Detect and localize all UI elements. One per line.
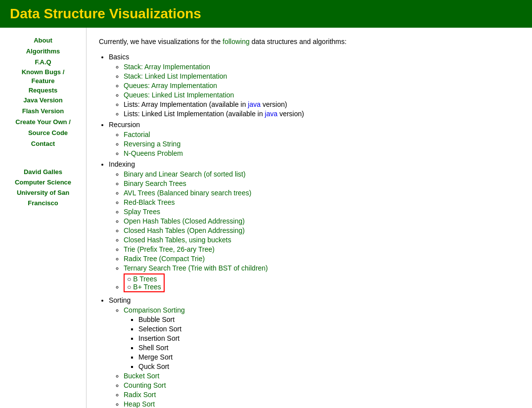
category-label: Sorting: [109, 296, 131, 304]
list-item: Queues: Linked List Implementation: [124, 91, 520, 99]
heap-sort-link[interactable]: Heap Sort: [124, 400, 155, 408]
category-recursion: Recursion Factorial Reversing a String N…: [109, 121, 520, 157]
bplus-link[interactable]: B+ Trees: [133, 283, 161, 291]
basics-items: Stack: Array Implementation Stack: Linke…: [124, 63, 520, 118]
list-item: Radix Sort: [124, 391, 520, 399]
sorting-items: Comparison Sorting Bubble Sort Selection…: [124, 306, 520, 408]
open-hash-link[interactable]: Open Hash Tables (Closed Addressing): [124, 217, 245, 225]
radix-sort-link[interactable]: Radix Sort: [124, 391, 156, 399]
sidebar-item-flash-version[interactable]: Flash Version: [5, 106, 81, 117]
intro-text: Currently, we have visualizations for th…: [99, 38, 520, 45]
sidebar-university: University of San: [17, 189, 69, 196]
red-black-link[interactable]: Red-Black Trees: [124, 198, 175, 206]
sidebar-city: Francisco: [28, 199, 58, 207]
category-label: Basics: [109, 53, 129, 61]
binary-linear-link[interactable]: Binary and Linear Search (of sorted list…: [124, 170, 246, 178]
sidebar-item-algorithms[interactable]: Algorithms: [5, 46, 81, 57]
list-item: Comparison Sorting Bubble Sort Selection…: [124, 306, 520, 370]
ternary-link[interactable]: Ternary Search Tree (Trie with BST of ch…: [124, 264, 268, 272]
list-item: AVL Trees (Balanced binary search trees): [124, 189, 520, 197]
stack-array-link[interactable]: Stack: Array Implementation: [124, 63, 210, 71]
sidebar-info: David Galles Computer Science University…: [5, 157, 81, 208]
list-item: Open Hash Tables (Closed Addressing): [124, 217, 520, 225]
category-basics: Basics Stack: Array Implementation Stack…: [109, 53, 520, 118]
stack-linked-link[interactable]: Stack: Linked List Implementation: [124, 72, 227, 80]
list-item: Heap Sort: [124, 400, 520, 408]
java-label: java: [248, 100, 261, 108]
list-item: Closed Hash Tables (Open Addressing): [124, 227, 520, 234]
queues-array-link[interactable]: Queues: Array Implementation: [124, 82, 217, 90]
bucket-sort-link[interactable]: Bucket Sort: [124, 372, 159, 380]
sidebar-item-create-your-own[interactable]: Create Your Own /: [5, 117, 81, 128]
comparison-sorting-link[interactable]: Comparison Sorting: [124, 306, 185, 314]
avl-link[interactable]: AVL Trees (Balanced binary search trees): [124, 189, 251, 197]
list-item: Red-Black Trees: [124, 198, 520, 206]
category-label: Indexing: [109, 160, 135, 168]
reversing-link[interactable]: Reversing a String: [124, 140, 180, 148]
list-item: Lists: Array Implementation (available i…: [124, 100, 520, 108]
list-item: Insertion Sort: [138, 334, 520, 342]
list-item: Bubble Sort: [138, 316, 520, 323]
main-content: Currently, we have visualizations for th…: [87, 28, 532, 408]
sidebar-item-java-version[interactable]: Java Version: [5, 95, 81, 106]
indexing-items: Binary and Linear Search (of sorted list…: [124, 170, 520, 293]
list-item: Stack: Array Implementation: [124, 63, 520, 71]
list-item: Stack: Linked List Implementation: [124, 72, 520, 80]
bst-link[interactable]: Binary Search Trees: [124, 180, 186, 187]
list-item: Binary Search Trees: [124, 180, 520, 187]
sidebar-item-bugs[interactable]: Known Bugs /FeatureRequests: [5, 68, 81, 95]
list-item: Binary and Linear Search (of sorted list…: [124, 170, 520, 178]
sidebar-item-source-code[interactable]: Source Code: [5, 128, 81, 138]
queues-linked-link[interactable]: Queues: Linked List Implementation: [124, 91, 234, 99]
highlighted-btrees-box: ○ B Trees ○ B+ Trees: [124, 273, 165, 292]
category-indexing: Indexing Binary and Linear Search (of so…: [109, 160, 520, 293]
list-item: Reversing a String: [124, 140, 520, 148]
closed-hash-buckets-link[interactable]: Closed Hash Tables, using buckets: [124, 236, 231, 244]
factorial-link[interactable]: Factorial: [124, 131, 150, 138]
sidebar-item-contact[interactable]: Contact: [5, 138, 81, 149]
list-item: Selection Sort: [138, 325, 520, 333]
closed-hash-link[interactable]: Closed Hash Tables (Open Addressing): [124, 227, 245, 234]
counting-sort-link[interactable]: Counting Sort: [124, 381, 166, 389]
list-item: Ternary Search Tree (Trie with BST of ch…: [124, 264, 520, 272]
list-item: Bucket Sort: [124, 372, 520, 380]
list-item: Merge Sort: [138, 353, 520, 361]
page-title: Data Structure Visualizations: [10, 6, 522, 22]
sidebar-dept: Computer Science: [15, 179, 71, 186]
list-item: Closed Hash Tables, using buckets: [124, 236, 520, 244]
list-item: Counting Sort: [124, 381, 520, 389]
list-item: Splay Trees: [124, 208, 520, 216]
following-link[interactable]: following: [222, 38, 249, 45]
nqueens-link[interactable]: N-Queens Problem: [124, 149, 183, 157]
sidebar: About Algorithms F.A.Q Known Bugs /Featu…: [0, 28, 87, 408]
comparison-sub: Bubble Sort Selection Sort Insertion Sor…: [138, 316, 520, 370]
btrees-item: ○ B Trees: [127, 275, 161, 283]
sidebar-item-faq[interactable]: F.A.Q: [5, 57, 81, 68]
list-item: ○ B Trees ○ B+ Trees: [124, 273, 520, 293]
list-item: Trie (Prefix Tree, 26-ary Tree): [124, 245, 520, 253]
btrees-link[interactable]: B Trees: [133, 275, 157, 283]
list-item: Lists: Linked List Implementation (avail…: [124, 110, 520, 118]
sidebar-item-about[interactable]: About: [5, 35, 81, 46]
java-label: java: [265, 110, 278, 118]
bplus-item: ○ B+ Trees: [127, 283, 161, 291]
category-sorting: Sorting Comparison Sorting Bubble Sort S…: [109, 296, 520, 408]
list-item: Quck Sort: [138, 363, 520, 370]
sidebar-author-name: David Galles: [24, 168, 62, 176]
list-item: N-Queens Problem: [124, 149, 520, 157]
trie-link[interactable]: Trie (Prefix Tree, 26-ary Tree): [124, 245, 215, 253]
list-item: Radix Tree (Compact Trie): [124, 255, 520, 263]
recursion-items: Factorial Reversing a String N-Queens Pr…: [124, 131, 520, 157]
splay-link[interactable]: Splay Trees: [124, 208, 160, 216]
radix-tree-link[interactable]: Radix Tree (Compact Trie): [124, 255, 205, 263]
category-label: Recursion: [109, 121, 140, 129]
list-item: Queues: Array Implementation: [124, 82, 520, 90]
list-item: Factorial: [124, 131, 520, 138]
list-item: Shell Sort: [138, 344, 520, 352]
category-list: Basics Stack: Array Implementation Stack…: [109, 53, 520, 408]
